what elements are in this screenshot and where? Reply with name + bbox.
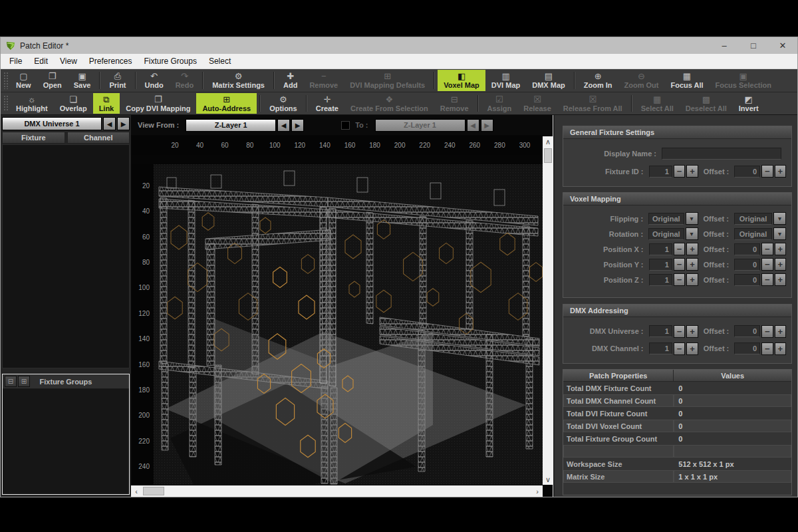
menu-file[interactable]: File [3,55,28,68]
print-button[interactable]: ⎙Print [103,70,132,91]
patch-property-value: 0 [674,407,791,420]
add-button[interactable]: ✚Add [277,70,303,91]
select-all-label: Select All [641,104,674,113]
dmx-universe-increment-icon: + [686,325,698,338]
print-icon: ⎙ [114,71,121,81]
h-ruler-tick: 80 [242,142,258,149]
display-name-label: Display Name : [563,150,662,158]
dvi-map-button[interactable]: ▥DVI Map [485,70,526,91]
fixture-id-increment-icon: + [686,165,698,178]
scroll-down-icon[interactable]: ∨ [543,474,553,485]
view-from-prev-icon[interactable]: ◀ [277,119,290,132]
copy-dvi-mapping-button[interactable]: ❐Copy DVI Mapping [120,93,196,114]
patch-table-row: Total DVI Fixture Count0 [563,407,791,420]
h-ruler-tick: 120 [292,142,308,149]
create-icon: ✛ [323,94,331,104]
zoom-in-button[interactable]: ⊕Zoom In [578,70,618,91]
matrix-settings-button[interactable]: ⚙Matrix Settings [206,70,271,91]
auto-address-button[interactable]: ⊞Auto-Address [196,93,257,114]
position-z-input: 1 [649,274,672,286]
scroll-up-icon[interactable]: ∧ [543,136,553,147]
menu-preferences[interactable]: Preferences [83,55,138,68]
universe-prev-icon[interactable]: ◀ [103,117,116,130]
dmx-addressing-title: DMX Addressing [563,305,791,317]
patch-table-row: Total DVI Voxel Count0 [563,420,791,432]
save-button[interactable]: ▣Save [68,70,97,91]
open-button[interactable]: ❐Open [37,70,68,91]
options-button[interactable]: ⚙Options [263,93,303,114]
menu-select[interactable]: Select [203,55,237,68]
position-y-decrement-icon: − [674,258,686,271]
dmx-map-button[interactable]: ▤DMX Map [526,70,571,91]
fixture-groups-panel: ⊟ ⊞ Fixture Groups [2,374,130,495]
remove-icon: − [321,71,327,81]
patch-property-value: 0 [674,432,791,445]
minimize-button[interactable]: – [710,37,739,54]
view-from-next-icon[interactable]: ▶ [291,119,304,132]
view-to-checkbox[interactable] [341,121,350,130]
maximize-button[interactable]: □ [739,37,768,54]
new-button[interactable]: ▢New [10,70,37,91]
menu-view[interactable]: View [54,55,83,68]
patch-table-row: Total DMX Channel Count0 [563,394,791,407]
assign-icon: ☑ [495,94,503,104]
patch-table-row: Total DMX Fixture Count0 [563,382,791,394]
view-to-prev-icon: ◀ [467,119,479,132]
rotation-offset-label: Offset : [698,230,734,238]
patch-table-row: Matrix Size1 x 1 x 1 px [563,470,791,483]
position-z-offset-label: Offset : [698,276,734,284]
focus-all-button[interactable]: ▦Focus All [664,70,709,91]
position-z-offset-input: 0 [734,274,760,286]
right-panel: General Fixture Settings Display Name : … [555,115,797,497]
vertical-scroll-thumb[interactable] [544,148,552,163]
dmx-channel-offset-label: Offset : [698,344,734,352]
toolbar-separator [574,72,575,89]
remove-group-label: Remove [440,104,469,113]
view-from-value[interactable]: Z-Layer 1 [186,119,276,132]
create-button[interactable]: ✛Create [310,93,344,114]
scroll-left-icon[interactable]: ‹ [131,486,142,497]
dvi-mapping-defaults-label: DVI Mapping Defaults [350,81,425,90]
add-icon: ✚ [287,71,294,81]
patch-property-label: Total DVI Fixture Count [563,407,674,420]
viewport-3d-scene[interactable] [154,164,543,485]
toolbar-gripper [3,95,9,112]
fixture-id-input: 1 [649,166,672,178]
menu-fixture-groups[interactable]: Fixture Groups [138,55,203,68]
redo-label: Redo [176,81,194,90]
dmx-universe-selector[interactable]: DMX Universe 1 [2,117,102,130]
dmx-universe-offset-label: Offset : [698,327,734,335]
scroll-right-icon[interactable]: › [532,486,543,497]
position-y-label: Position Y : [563,261,649,269]
link-button[interactable]: ⧉Link [93,93,120,114]
focus-selection-icon: ▣ [739,71,747,81]
undo-button[interactable]: ↶Undo [139,70,170,91]
vertical-scrollbar[interactable]: ∧ ∨ [543,136,553,485]
horizontal-scrollbar[interactable]: ‹ › [131,485,543,497]
voxel-map-button[interactable]: ◧Voxel Map [438,70,485,91]
horizontal-scroll-thumb[interactable] [143,487,164,495]
fixture-id-label: Fixture ID : [563,168,649,176]
link-icon: ⧉ [103,94,109,104]
channel-column-header[interactable]: Channel [67,132,130,144]
dvi-map-icon: ▥ [501,71,509,81]
new-label: New [16,81,31,90]
universe-next-icon[interactable]: ▶ [117,117,130,130]
undo-label: Undo [145,81,164,90]
fixture-list[interactable] [2,144,130,368]
v-ruler-tick: 80 [131,259,150,266]
close-button[interactable]: ✕ [768,37,797,54]
h-ruler-tick: 160 [342,142,358,149]
fixture-group-collapse-icon[interactable]: ⊟ [5,376,17,387]
overlap-label: Overlap [60,104,87,113]
highlight-button[interactable]: ☼Highlight [10,93,54,114]
dvi-mapping-defaults-icon: ⊞ [384,71,391,81]
fixture-group-expand-icon[interactable]: ⊞ [18,376,30,387]
menu-edit[interactable]: Edit [28,55,54,68]
new-icon: ▢ [19,71,27,81]
fixture-column-header[interactable]: Fixture [2,132,65,144]
patch-property-label: Total Fixture Group Count [563,432,674,445]
patch-properties-header: Patch Properties [563,370,674,382]
overlap-button[interactable]: ❏Overlap [54,93,93,114]
invert-button[interactable]: ◩Invert [733,93,765,114]
